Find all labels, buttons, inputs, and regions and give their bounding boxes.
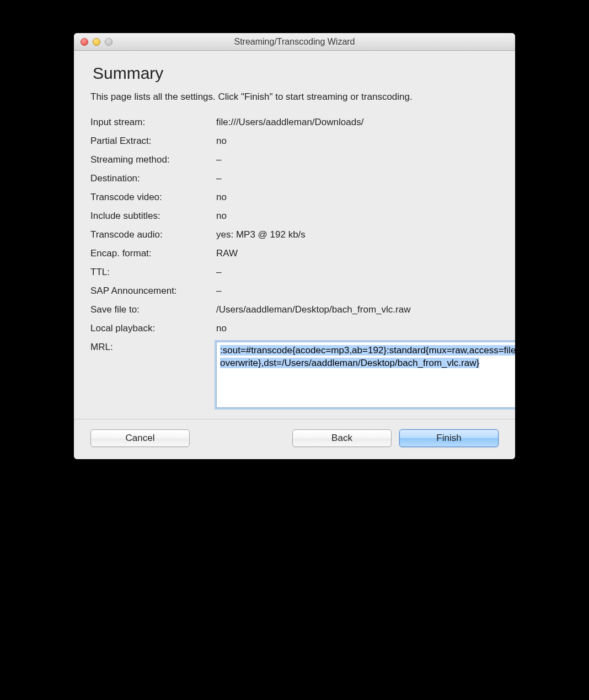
row-partial-extract: Partial Extract: no bbox=[90, 136, 499, 147]
page-heading: Summary bbox=[93, 64, 499, 83]
row-input-stream: Input stream: file:///Users/aaddleman/Do… bbox=[90, 117, 499, 128]
value-include-subtitles: no bbox=[216, 211, 499, 222]
label-encap-format: Encap. format: bbox=[90, 248, 216, 259]
row-include-subtitles: Include subtitles: no bbox=[90, 211, 499, 222]
row-encap-format: Encap. format: RAW bbox=[90, 248, 499, 259]
label-ttl: TTL: bbox=[90, 267, 216, 278]
value-local-playback: no bbox=[216, 323, 499, 334]
zoom-icon[interactable] bbox=[105, 38, 113, 46]
row-save-file-to: Save file to: /Users/aaddleman/Desktop/b… bbox=[90, 304, 499, 315]
label-transcode-audio: Transcode audio: bbox=[90, 229, 216, 240]
label-include-subtitles: Include subtitles: bbox=[90, 211, 216, 222]
footer-spacer bbox=[197, 429, 285, 447]
label-save-file-to: Save file to: bbox=[90, 304, 216, 315]
label-partial-extract: Partial Extract: bbox=[90, 136, 216, 147]
summary-rows: Input stream: file:///Users/aaddleman/Do… bbox=[90, 117, 499, 408]
wizard-window: Streaming/Transcoding Wizard Summary Thi… bbox=[74, 33, 515, 459]
value-transcode-audio: yes: MP3 @ 192 kb/s bbox=[216, 229, 499, 240]
label-streaming-method: Streaming method: bbox=[90, 154, 216, 165]
back-button[interactable]: Back bbox=[292, 429, 392, 447]
label-local-playback: Local playback: bbox=[90, 323, 216, 334]
mrl-value[interactable]: :sout=#transcode{acodec=mp3,ab=192}:stan… bbox=[220, 345, 515, 368]
value-streaming-method: – bbox=[216, 154, 499, 165]
cancel-button[interactable]: Cancel bbox=[90, 429, 190, 447]
value-partial-extract: no bbox=[216, 136, 499, 147]
finish-button[interactable]: Finish bbox=[399, 429, 499, 447]
row-transcode-audio: Transcode audio: yes: MP3 @ 192 kb/s bbox=[90, 229, 499, 240]
value-input-stream: file:///Users/aaddleman/Downloads/ bbox=[216, 117, 499, 128]
page-description: This page lists all the settings. Click … bbox=[90, 90, 499, 104]
row-transcode-video: Transcode video: no bbox=[90, 192, 499, 203]
footer: Cancel Back Finish bbox=[74, 419, 515, 459]
minimize-icon[interactable] bbox=[93, 38, 100, 46]
label-mrl: MRL: bbox=[90, 342, 216, 353]
value-destination: – bbox=[216, 173, 499, 184]
value-sap-announcement: – bbox=[216, 286, 499, 297]
label-transcode-video: Transcode video: bbox=[90, 192, 216, 203]
traffic-lights bbox=[74, 38, 113, 46]
label-input-stream: Input stream: bbox=[90, 117, 216, 128]
row-destination: Destination: – bbox=[90, 173, 499, 184]
mrl-field[interactable]: :sout=#transcode{acodec=mp3,ab=192}:stan… bbox=[216, 342, 515, 408]
window-title: Streaming/Transcoding Wizard bbox=[74, 37, 515, 47]
value-ttl: – bbox=[216, 267, 499, 278]
row-ttl: TTL: – bbox=[90, 267, 499, 278]
titlebar: Streaming/Transcoding Wizard bbox=[74, 33, 515, 51]
row-mrl: MRL: :sout=#transcode{acodec=mp3,ab=192}… bbox=[90, 342, 499, 408]
content-area: Summary This page lists all the settings… bbox=[74, 51, 515, 419]
label-destination: Destination: bbox=[90, 173, 216, 184]
label-sap-announcement: SAP Announcement: bbox=[90, 286, 216, 297]
value-encap-format: RAW bbox=[216, 248, 499, 259]
value-transcode-video: no bbox=[216, 192, 499, 203]
value-save-file-to: /Users/aaddleman/Desktop/bach_from_vlc.r… bbox=[216, 304, 499, 315]
row-local-playback: Local playback: no bbox=[90, 323, 499, 334]
row-sap-announcement: SAP Announcement: – bbox=[90, 286, 499, 297]
row-streaming-method: Streaming method: – bbox=[90, 154, 499, 165]
close-icon[interactable] bbox=[81, 38, 88, 46]
